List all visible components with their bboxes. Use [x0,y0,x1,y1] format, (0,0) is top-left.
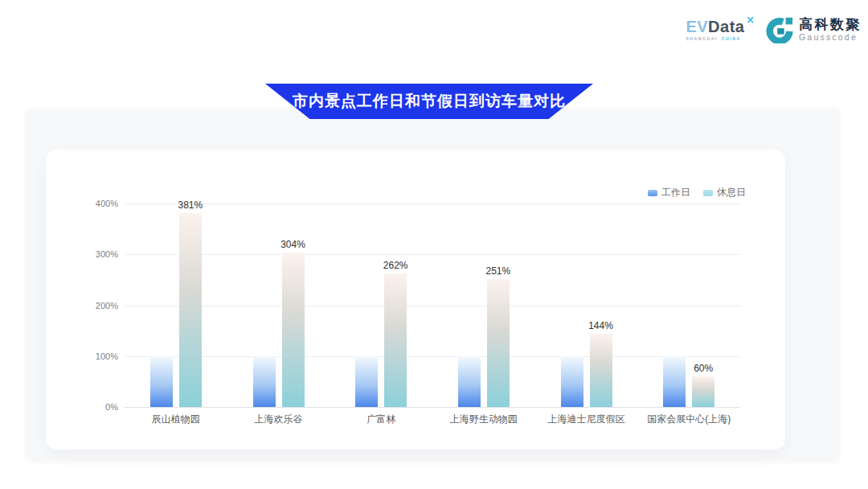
gausscode-text: 高科数聚 Gausscode [799,18,862,42]
bar-休息日-3: 251% [487,279,510,407]
bar-value-label: 60% [694,363,713,374]
legend-swatch [648,190,657,196]
legend-swatch [703,190,713,196]
bar-value-label: 262% [383,260,408,271]
gausscode-cn-name: 高科数聚 [799,18,862,31]
bar-休息日-1: 304% [282,253,305,407]
x-axis-category-label: 广富林 [366,413,395,426]
evdata-subtitle: SHANGHAI CHINA [686,37,755,41]
brand-logos: EVData✕ SHANGHAI CHINA 高科数聚 Gausscode [686,16,862,43]
legend-item-休息日[interactable]: 休息日 [703,186,746,199]
gridline-0 [125,407,740,408]
legend-label: 休息日 [717,186,746,199]
bar-工作日-2 [355,356,378,407]
plot-area: 0%100%200%300%400%381%辰山植物园304%上海欢乐谷262%… [125,203,740,407]
category-group-2: 262%广富林 [330,203,432,407]
bar-工作日-4 [561,356,583,407]
x-axis-category-label: 国家会展中心(上海) [647,413,731,426]
gausscode-logo: 高科数聚 Gausscode [766,16,862,43]
bar-工作日-3 [458,356,481,407]
legend-item-工作日[interactable]: 工作日 [648,186,690,199]
x-axis-category-label: 上海欢乐谷 [255,413,303,426]
chart-legend: 工作日休息日 [648,186,746,199]
bar-value-label: 304% [280,239,305,250]
bar-工作日-1 [253,356,276,407]
evdata-ev-text: EV [686,18,708,35]
y-axis-tick-400: 400% [75,199,118,208]
category-group-0: 381%辰山植物园 [125,203,227,407]
bar-value-label: 251% [485,265,510,277]
x-axis-category-label: 辰山植物园 [152,413,200,426]
x-axis-category-label: 上海野生动物园 [450,413,518,426]
y-axis-tick-300: 300% [75,249,118,259]
evdata-wordmark: EVData✕ [686,18,755,35]
legend-label: 工作日 [661,186,690,199]
bar-工作日-5 [663,356,686,407]
gausscode-g-icon [766,16,793,43]
evdata-logo: EVData✕ SHANGHAI CHINA [686,18,755,41]
y-axis-tick-100: 100% [75,351,118,361]
bar-value-label: 144% [588,320,613,331]
bar-工作日-0 [150,356,173,407]
gausscode-en-name: Gausscode [799,33,862,42]
category-group-4: 144%上海迪士尼度假区 [535,203,638,407]
evdata-subtitle-china: CHINA [722,37,741,41]
bar-休息日-5: 60% [692,376,714,407]
bar-value-label: 381% [178,199,203,211]
categories-row: 381%辰山植物园304%上海欢乐谷262%广富林251%上海野生动物园144%… [125,203,740,407]
x-axis-category-label: 上海迪士尼度假区 [548,413,625,426]
evdata-data-text: Data [708,18,744,35]
bar-休息日-0: 381% [179,213,202,407]
content-panel: 工作日休息日 0%100%200%300%400%381%辰山植物园304%上海… [26,108,840,461]
title-banner: 市内景点工作日和节假日到访车量对比 [265,84,593,119]
bar-休息日-2: 262% [384,273,407,407]
category-group-1: 304%上海欢乐谷 [227,203,330,407]
chart-card: 工作日休息日 0%100%200%300%400%381%辰山植物园304%上海… [46,150,785,450]
evdata-x-icon: ✕ [746,15,755,25]
category-group-5: 60%国家会展中心(上海) [637,203,740,407]
bar-休息日-4: 144% [590,334,612,407]
evdata-subtitle-shanghai: SHANGHAI [686,37,717,41]
y-axis-tick-200: 200% [75,301,118,310]
page-title: 市内景点工作日和节假日到访车量对比 [293,91,566,113]
category-group-3: 251%上海野生动物园 [432,203,535,407]
y-axis-tick-0: 0% [75,402,118,412]
